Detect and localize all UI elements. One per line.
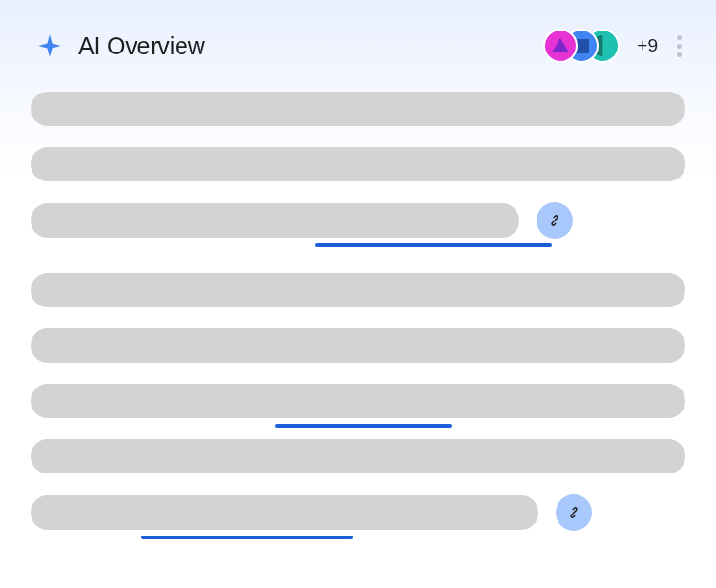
page-title: AI Overview [78, 32, 205, 60]
header-left: AI Overview [36, 32, 205, 60]
placeholder-line [31, 384, 685, 418]
header: AI Overview +9 [0, 0, 716, 82]
source-link-button[interactable] [537, 202, 573, 239]
content [0, 82, 716, 531]
placeholder-line [31, 92, 685, 126]
content-block [31, 92, 685, 239]
sources-avatar-group[interactable] [543, 29, 620, 63]
source-link-button[interactable] [556, 494, 592, 531]
sparkle-icon [36, 32, 63, 59]
placeholder-line [31, 439, 685, 473]
header-right: +9 [543, 29, 687, 63]
link-underline [315, 243, 552, 247]
placeholder-line [31, 495, 538, 530]
placeholder-line [31, 273, 685, 307]
link-underline [275, 424, 452, 428]
link-underline [141, 536, 353, 539]
more-menu-icon[interactable] [671, 30, 687, 63]
link-icon [565, 504, 582, 521]
content-block [31, 273, 685, 531]
placeholder-line-with-link [31, 202, 685, 239]
placeholder-line [31, 203, 519, 238]
placeholder-line [31, 147, 685, 181]
placeholder-line [31, 328, 685, 363]
placeholder-line-with-link [31, 494, 685, 531]
sources-overflow-count[interactable]: +9 [637, 35, 658, 56]
link-icon [546, 212, 563, 229]
